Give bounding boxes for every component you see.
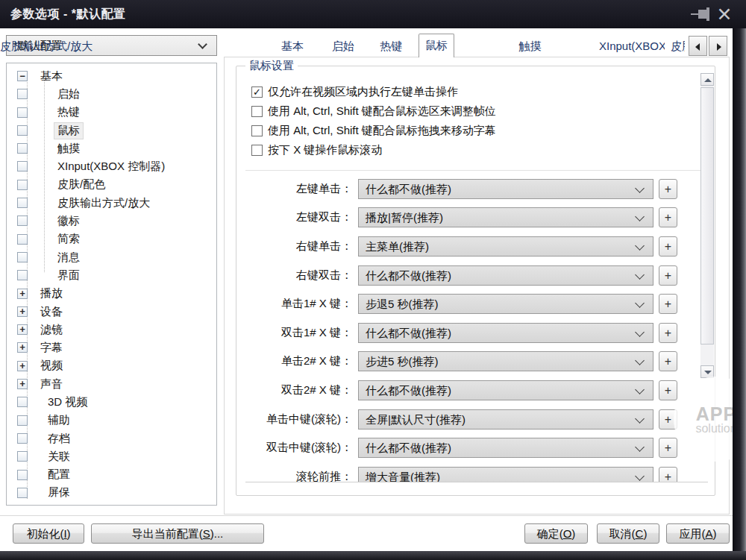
add-action-button[interactable]: + [659, 409, 677, 430]
checkbox-icon[interactable] [251, 106, 263, 117]
add-action-button[interactable]: + [659, 265, 677, 286]
tree-item[interactable]: 存档 [7, 430, 216, 447]
tree-item[interactable]: 字幕 [7, 339, 216, 356]
checkbox-icon[interactable] [251, 125, 263, 136]
add-action-button[interactable]: + [659, 438, 677, 458]
tree-expander-icon[interactable] [17, 306, 28, 317]
action-select[interactable]: 什么都不做(推荐) [358, 323, 653, 343]
action-select[interactable]: 什么都不做(推荐) [358, 380, 653, 400]
tab[interactable]: 基本 [275, 36, 310, 57]
apply-button[interactable]: 应用(A) [666, 523, 730, 544]
tree-item[interactable]: 3D 视频 [7, 393, 216, 411]
tree-item[interactable]: 徽标 [7, 212, 216, 230]
tree-item[interactable]: 皮肤输出方式/放大 [7, 194, 216, 212]
action-select[interactable]: 步进5 秒(推荐) [358, 351, 653, 371]
tree-expander-icon[interactable] [17, 89, 28, 99]
tree-item[interactable]: 热键 [7, 104, 216, 122]
tree-expander-icon[interactable] [17, 71, 28, 81]
tree-expander-icon[interactable] [17, 270, 28, 280]
tree-item[interactable]: 皮肤/配色 [7, 176, 216, 194]
tree-item[interactable]: 滤镜 [7, 321, 216, 339]
scroll-up-button[interactable] [700, 73, 714, 86]
tree-item[interactable]: 播放 [7, 285, 216, 303]
action-select[interactable]: 主菜单(推荐) [358, 236, 653, 257]
pin-icon[interactable] [691, 7, 713, 22]
action-select[interactable]: 增大音量(推荐) [358, 467, 653, 482]
tab-scroll-left-button[interactable] [689, 36, 707, 56]
scrollbar-thumb[interactable] [700, 87, 714, 345]
tree-expander-icon[interactable] [17, 180, 28, 190]
add-action-button[interactable]: + [659, 323, 677, 343]
tree-expander-icon[interactable] [17, 361, 28, 371]
tab[interactable]: 皮肤输出方式/放大 [0, 36, 93, 57]
tree-item[interactable]: 触摸 [7, 139, 216, 157]
tree-expander-icon[interactable] [17, 161, 28, 172]
tree-expander-icon[interactable] [17, 397, 28, 407]
tree-item[interactable]: XInput(XBOX 控制器) [7, 157, 216, 175]
action-select[interactable]: 播放|暂停(推荐) [358, 207, 653, 227]
tree-item[interactable]: 关联 [7, 447, 216, 465]
tree-item[interactable]: 简索 [7, 230, 216, 248]
scroll-down-button[interactable] [700, 365, 714, 378]
tree-expander-icon[interactable] [17, 324, 28, 335]
add-action-button[interactable]: + [659, 351, 677, 371]
tree-expander-icon[interactable] [17, 451, 28, 462]
action-select[interactable]: 步退5 秒(推荐) [358, 294, 653, 314]
checkbox-icon[interactable] [251, 86, 263, 98]
tree-item[interactable]: 基本 [7, 67, 216, 85]
tab[interactable]: 热键 [368, 36, 415, 57]
initialize-button[interactable]: 初始化(I) [13, 523, 84, 544]
tab-scroll-right-button[interactable] [709, 36, 727, 56]
tree-expander-icon[interactable] [17, 342, 28, 353]
tree-expander-icon[interactable] [17, 470, 28, 480]
tree-item[interactable]: 辅助 [7, 412, 216, 430]
tree-item[interactable]: 屏保 [7, 484, 216, 502]
tree-item[interactable]: 设备 [7, 303, 216, 321]
tree-expander-icon[interactable] [17, 143, 28, 154]
action-select[interactable]: 全屏|默认尺寸(推荐) [358, 409, 653, 430]
tree-expander-icon[interactable] [17, 252, 28, 262]
tab[interactable]: 皮肤/配色 [671, 36, 685, 57]
tree-item[interactable]: 启始 [7, 85, 216, 103]
tree-item[interactable]: 配置 [7, 466, 216, 484]
tree-item[interactable]: 消息 [7, 248, 216, 266]
tree-item[interactable]: 界面 [7, 266, 216, 284]
tab[interactable]: XInput(XBOX 控制器) [599, 36, 665, 57]
tree-expander-icon[interactable] [17, 107, 28, 118]
tree-expander-icon[interactable] [17, 415, 28, 426]
tree-item[interactable]: 鼠标 [7, 122, 216, 139]
checkbox-row[interactable]: 仅允许在视频区域内执行左键单击操作 [251, 82, 496, 101]
tree-expander-icon[interactable] [17, 379, 28, 389]
tree-expander-icon[interactable] [17, 433, 28, 444]
action-select[interactable]: 什么都不做(推荐) [358, 265, 653, 286]
tree-item[interactable]: 声音 [7, 375, 216, 393]
export-config-button[interactable]: 导出当前配置(S)... [91, 523, 264, 544]
action-select[interactable]: 什么都不做(推荐) [358, 438, 653, 458]
add-action-button[interactable]: + [659, 179, 677, 199]
tree-expander-icon[interactable] [17, 234, 28, 245]
add-action-button[interactable]: + [659, 380, 677, 400]
add-action-button[interactable]: + [659, 207, 677, 227]
action-select[interactable]: 什么都不做(推荐) [358, 179, 653, 199]
tree-expander-icon[interactable] [17, 289, 28, 299]
close-icon[interactable]: ✕ [713, 3, 736, 25]
tree-expander-icon[interactable] [17, 488, 28, 498]
tab[interactable]: 鼠标 [419, 34, 454, 57]
tree-expander-icon[interactable] [17, 198, 28, 208]
tree-expander-icon[interactable] [17, 215, 28, 226]
add-action-button[interactable]: + [659, 467, 677, 482]
tree-item[interactable]: 视频 [7, 357, 216, 375]
add-action-button[interactable]: + [659, 294, 677, 314]
checkbox-row[interactable]: 按下 X 键操作鼠标滚动 [251, 140, 496, 160]
ok-button[interactable]: 确定(O) [524, 523, 588, 544]
tab[interactable]: 启始 [325, 36, 361, 57]
tree-item-label: 辅助 [44, 412, 74, 429]
vertical-scrollbar[interactable] [700, 73, 714, 378]
add-action-button[interactable]: + [659, 236, 677, 257]
cancel-button[interactable]: 取消(C) [597, 523, 659, 544]
tree-expander-icon[interactable] [17, 125, 28, 136]
checkbox-row[interactable]: 使用 Alt, Ctrl, Shift 键配合鼠标拖拽来移动字幕 [251, 121, 496, 140]
checkbox-icon[interactable] [251, 145, 263, 156]
checkbox-row[interactable]: 使用 Alt, Ctrl, Shift 键配合鼠标选区来调整帧位 [251, 101, 496, 121]
tab[interactable]: 触摸 [470, 36, 590, 57]
